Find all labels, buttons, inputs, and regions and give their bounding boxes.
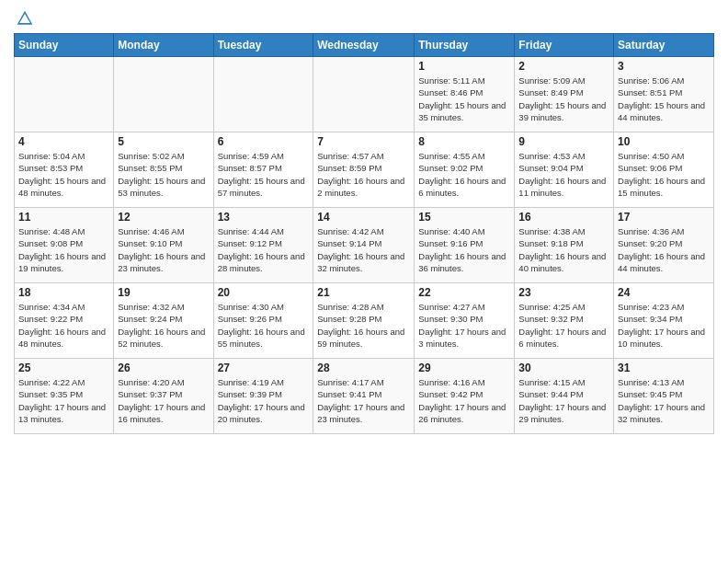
day-cell: 31Sunrise: 4:13 AM Sunset: 9:45 PM Dayli… [614, 359, 714, 434]
day-number: 27 [218, 362, 310, 374]
day-number: 11 [18, 211, 109, 224]
day-info: Sunrise: 4:48 AM Sunset: 9:08 PM Dayligh… [18, 225, 109, 274]
header-cell-friday: Friday [515, 34, 614, 57]
page: SundayMondayTuesdayWednesdayThursdayFrid… [0, 0, 728, 443]
day-info: Sunrise: 4:59 AM Sunset: 8:57 PM Dayligh… [218, 150, 310, 199]
day-info: Sunrise: 5:04 AM Sunset: 8:53 PM Dayligh… [18, 150, 109, 199]
day-cell: 26Sunrise: 4:20 AM Sunset: 9:37 PM Dayli… [114, 359, 213, 434]
day-number: 29 [418, 362, 510, 374]
header-cell-sunday: Sunday [15, 34, 114, 57]
day-cell: 13Sunrise: 4:44 AM Sunset: 9:12 PM Dayli… [213, 208, 313, 283]
day-info: Sunrise: 5:09 AM Sunset: 8:49 PM Dayligh… [518, 75, 609, 123]
day-number: 23 [518, 286, 609, 299]
day-cell: 17Sunrise: 4:36 AM Sunset: 9:20 PM Dayli… [614, 208, 714, 283]
day-cell: 15Sunrise: 4:40 AM Sunset: 9:16 PM Dayli… [415, 208, 515, 283]
week-row-3: 18Sunrise: 4:34 AM Sunset: 9:22 PM Dayli… [15, 283, 714, 359]
day-info: Sunrise: 4:53 AM Sunset: 9:04 PM Dayligh… [518, 150, 609, 199]
day-info: Sunrise: 4:30 AM Sunset: 9:26 PM Dayligh… [218, 301, 310, 350]
day-number: 16 [518, 211, 609, 224]
day-cell: 24Sunrise: 4:23 AM Sunset: 9:34 PM Dayli… [614, 283, 714, 359]
day-number: 9 [518, 135, 609, 148]
day-number: 12 [118, 211, 209, 224]
calendar-table: SundayMondayTuesdayWednesdayThursdayFrid… [14, 33, 714, 434]
day-cell: 1Sunrise: 5:11 AM Sunset: 8:46 PM Daylig… [415, 57, 515, 132]
day-cell: 3Sunrise: 5:06 AM Sunset: 8:51 PM Daylig… [614, 57, 714, 132]
day-cell: 21Sunrise: 4:28 AM Sunset: 9:28 PM Dayli… [313, 283, 415, 359]
day-cell: 29Sunrise: 4:16 AM Sunset: 9:42 PM Dayli… [415, 359, 515, 434]
day-number: 3 [618, 60, 710, 73]
logo-icon [16, 9, 34, 28]
day-cell: 11Sunrise: 4:48 AM Sunset: 9:08 PM Dayli… [15, 208, 114, 283]
day-cell: 19Sunrise: 4:32 AM Sunset: 9:24 PM Dayli… [114, 283, 213, 359]
day-info: Sunrise: 5:06 AM Sunset: 8:51 PM Dayligh… [618, 75, 710, 123]
day-info: Sunrise: 4:13 AM Sunset: 9:45 PM Dayligh… [618, 376, 710, 425]
day-info: Sunrise: 4:34 AM Sunset: 9:22 PM Dayligh… [18, 301, 109, 350]
day-cell: 14Sunrise: 4:42 AM Sunset: 9:14 PM Dayli… [313, 208, 415, 283]
day-info: Sunrise: 4:20 AM Sunset: 9:37 PM Dayligh… [118, 376, 209, 425]
day-number: 26 [118, 362, 209, 374]
day-number: 14 [317, 211, 410, 224]
day-cell: 12Sunrise: 4:46 AM Sunset: 9:10 PM Dayli… [114, 208, 213, 283]
day-number: 15 [418, 211, 510, 224]
day-info: Sunrise: 4:27 AM Sunset: 9:30 PM Dayligh… [418, 301, 510, 350]
day-number: 10 [618, 135, 710, 148]
day-cell: 23Sunrise: 4:25 AM Sunset: 9:32 PM Dayli… [515, 283, 614, 359]
day-info: Sunrise: 4:55 AM Sunset: 9:02 PM Dayligh… [418, 150, 510, 199]
day-cell: 30Sunrise: 4:15 AM Sunset: 9:44 PM Dayli… [515, 359, 614, 434]
day-number: 5 [118, 135, 209, 148]
day-cell: 25Sunrise: 4:22 AM Sunset: 9:35 PM Dayli… [15, 359, 114, 434]
day-number: 30 [518, 362, 609, 374]
day-cell: 22Sunrise: 4:27 AM Sunset: 9:30 PM Dayli… [415, 283, 515, 359]
day-number: 19 [118, 286, 209, 299]
day-number: 8 [418, 135, 510, 148]
day-info: Sunrise: 5:02 AM Sunset: 8:55 PM Dayligh… [118, 150, 209, 199]
day-cell: 8Sunrise: 4:55 AM Sunset: 9:02 PM Daylig… [415, 132, 515, 208]
day-info: Sunrise: 4:22 AM Sunset: 9:35 PM Dayligh… [18, 376, 109, 425]
day-info: Sunrise: 4:38 AM Sunset: 9:18 PM Dayligh… [518, 225, 609, 274]
header-cell-saturday: Saturday [614, 34, 714, 57]
day-number: 6 [218, 135, 310, 148]
day-info: Sunrise: 4:16 AM Sunset: 9:42 PM Dayligh… [418, 376, 510, 425]
day-number: 25 [18, 362, 109, 374]
day-cell: 10Sunrise: 4:50 AM Sunset: 9:06 PM Dayli… [614, 132, 714, 208]
day-cell: 18Sunrise: 4:34 AM Sunset: 9:22 PM Dayli… [15, 283, 114, 359]
week-row-0: 1Sunrise: 5:11 AM Sunset: 8:46 PM Daylig… [15, 57, 714, 132]
day-info: Sunrise: 4:28 AM Sunset: 9:28 PM Dayligh… [317, 301, 410, 350]
day-info: Sunrise: 4:57 AM Sunset: 8:59 PM Dayligh… [317, 150, 410, 199]
day-number: 2 [518, 60, 609, 73]
day-info: Sunrise: 4:40 AM Sunset: 9:16 PM Dayligh… [418, 225, 510, 274]
day-cell [114, 57, 213, 132]
day-cell [213, 57, 313, 132]
day-number: 18 [18, 286, 109, 299]
day-info: Sunrise: 4:32 AM Sunset: 9:24 PM Dayligh… [118, 301, 209, 350]
week-row-4: 25Sunrise: 4:22 AM Sunset: 9:35 PM Dayli… [15, 359, 714, 434]
week-row-1: 4Sunrise: 5:04 AM Sunset: 8:53 PM Daylig… [15, 132, 714, 208]
day-number: 24 [618, 286, 710, 299]
day-number: 20 [218, 286, 310, 299]
day-cell: 9Sunrise: 4:53 AM Sunset: 9:04 PM Daylig… [515, 132, 614, 208]
day-info: Sunrise: 4:17 AM Sunset: 9:41 PM Dayligh… [317, 376, 410, 425]
day-cell: 7Sunrise: 4:57 AM Sunset: 8:59 PM Daylig… [313, 132, 415, 208]
day-cell: 6Sunrise: 4:59 AM Sunset: 8:57 PM Daylig… [213, 132, 313, 208]
header-row: SundayMondayTuesdayWednesdayThursdayFrid… [15, 34, 714, 57]
header-cell-wednesday: Wednesday [313, 34, 415, 57]
day-number: 21 [317, 286, 410, 299]
day-info: Sunrise: 4:50 AM Sunset: 9:06 PM Dayligh… [618, 150, 710, 199]
day-cell: 5Sunrise: 5:02 AM Sunset: 8:55 PM Daylig… [114, 132, 213, 208]
day-info: Sunrise: 4:25 AM Sunset: 9:32 PM Dayligh… [518, 301, 609, 350]
day-cell: 2Sunrise: 5:09 AM Sunset: 8:49 PM Daylig… [515, 57, 614, 132]
day-number: 1 [418, 60, 510, 73]
day-cell: 4Sunrise: 5:04 AM Sunset: 8:53 PM Daylig… [15, 132, 114, 208]
day-cell: 28Sunrise: 4:17 AM Sunset: 9:41 PM Dayli… [313, 359, 415, 434]
day-number: 4 [18, 135, 109, 148]
day-number: 31 [618, 362, 710, 374]
header-cell-tuesday: Tuesday [213, 34, 313, 57]
header [14, 9, 714, 28]
day-cell: 20Sunrise: 4:30 AM Sunset: 9:26 PM Dayli… [213, 283, 313, 359]
day-info: Sunrise: 4:42 AM Sunset: 9:14 PM Dayligh… [317, 225, 410, 274]
day-number: 28 [317, 362, 410, 374]
day-cell [15, 57, 114, 132]
day-cell: 16Sunrise: 4:38 AM Sunset: 9:18 PM Dayli… [515, 208, 614, 283]
day-info: Sunrise: 4:19 AM Sunset: 9:39 PM Dayligh… [218, 376, 310, 425]
logo [14, 9, 34, 28]
